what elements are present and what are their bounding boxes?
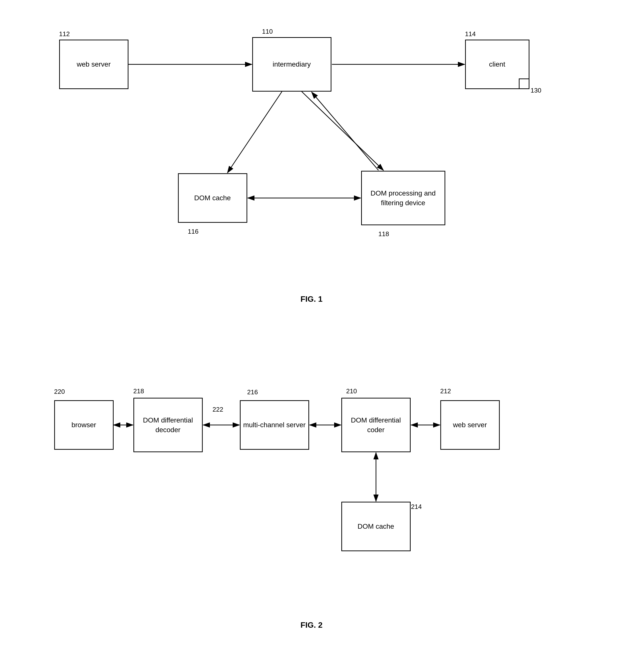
svg-line-8 (228, 92, 282, 173)
fig1-dom-cache-ref: 116 (188, 228, 199, 235)
fig2-diagram: browser 220 DOM differential decoder 218… (39, 333, 584, 606)
fig1-dom-filter-ref: 118 (379, 230, 389, 238)
fig2-browser-ref: 220 (54, 388, 65, 396)
fig1-dom-cache-label: DOM cache (194, 193, 231, 203)
fig1-intermediary-ref: 110 (262, 28, 273, 35)
fig2-arrow-222-label: 222 (213, 406, 223, 413)
fig2-browser-label: browser (71, 420, 96, 430)
fig2-dom-coder-label: DOM differential coder (342, 415, 410, 435)
fig2-web-server-box: web server (440, 400, 500, 450)
svg-line-10 (312, 92, 379, 170)
page: web server 112 intermediary 110 client 1… (0, 0, 623, 645)
fig2-dom-coder-box: DOM differential coder (341, 398, 411, 452)
fig1-client-sub-ref: 130 (531, 87, 541, 94)
fig2-dom-cache-label: DOM cache (358, 522, 394, 531)
fig2-multi-server-label: multi-channel server (243, 420, 305, 430)
fig1-client-ref: 114 (465, 30, 476, 38)
fig2-multi-server-ref: 216 (247, 388, 258, 396)
fig1-dom-cache-box: DOM cache (178, 173, 247, 223)
fig1-web-server-box: web server (59, 39, 128, 89)
fig2-browser-box: browser (54, 400, 114, 450)
fig2-dom-coder-ref: 210 (346, 387, 357, 395)
fig2-dom-decoder-ref: 218 (134, 387, 144, 395)
fig2-web-server-label: web server (453, 420, 487, 430)
fig2-dom-cache-box: DOM cache (341, 502, 411, 551)
fig1-web-server-ref: 112 (59, 30, 70, 38)
fig1-dom-filter-box: DOM processing and filtering device (361, 171, 445, 225)
fig1-diagram: web server 112 intermediary 110 client 1… (39, 15, 584, 275)
fig1-caption: FIG. 1 (20, 295, 603, 304)
fig1-intermediary-label: intermediary (272, 59, 310, 69)
fig2-dom-cache-ref: 214 (411, 503, 422, 510)
fig1-web-server-label: web server (77, 59, 111, 69)
fig2-web-server-ref: 212 (440, 387, 451, 395)
fig1-intermediary-box: intermediary (252, 37, 331, 92)
fig2-dom-decoder-box: DOM differential decoder (134, 398, 203, 452)
fig2-arrows (39, 333, 584, 606)
fig1-dom-filter-label: DOM processing and filtering device (362, 186, 445, 210)
fig2-multi-server-box: multi-channel server (240, 400, 309, 450)
fig2-caption: FIG. 2 (20, 620, 603, 630)
fig2-dom-decoder-label: DOM differential decoder (134, 415, 202, 435)
svg-line-9 (302, 92, 383, 170)
fig1-client-fold (519, 79, 529, 88)
fig1-client-label: client (489, 59, 505, 69)
fig1-client-box: client (465, 39, 529, 89)
